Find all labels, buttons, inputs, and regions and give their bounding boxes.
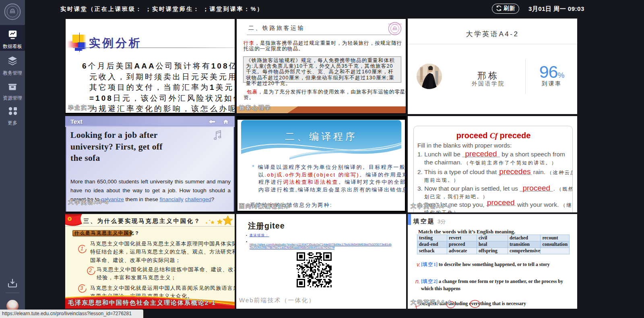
svg-text:天津职业技术师范大学: 天津职业技术师范大学 (388, 23, 402, 25)
svg-text:1 9 7 9: 1 9 7 9 (393, 33, 397, 35)
svg-text:1: 1 (80, 245, 83, 251)
svg-text:3: 3 (80, 285, 83, 291)
svg-text:2: 2 (89, 267, 92, 273)
